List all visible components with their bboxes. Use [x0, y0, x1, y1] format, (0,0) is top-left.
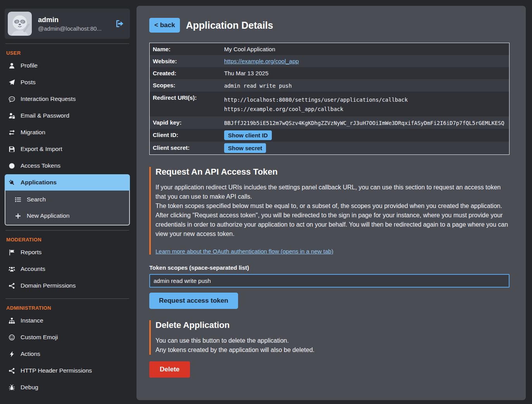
sidebar-item-label: Profile	[21, 62, 38, 69]
user-info: admin @admin@localhost:80...	[38, 16, 109, 32]
application-details-table: Name: My Cool Application Website: https…	[149, 43, 510, 155]
divider	[5, 230, 129, 231]
sidebar-item-label: Custom Emoji	[21, 334, 58, 341]
plus-icon	[15, 213, 21, 219]
sidebar-item-label: Reports	[21, 249, 41, 256]
user-handle: @admin@localhost:80...	[38, 25, 109, 32]
section-title: Delete Application	[155, 320, 510, 330]
sidebar-item-applications[interactable]: Applications	[5, 174, 130, 191]
show-client-id-button[interactable]: Show client ID	[224, 130, 272, 140]
sidebar-item-export-import[interactable]: Export & Import	[5, 141, 130, 157]
user-lock-icon	[9, 113, 15, 119]
table-row-client-id: Client ID: Show client ID	[150, 129, 509, 142]
sidebar-item-label: Domain Permissions	[21, 282, 76, 289]
table-row-created: Created: Thu Mar 13 2025	[150, 67, 509, 79]
sidebar-item-new-application[interactable]: New Application	[5, 208, 129, 224]
redirect-uri: http://localhost:8080/settings/user/appl…	[224, 95, 506, 104]
table-row-redirect-uris: Redirect URI(s): http://localhost:8080/s…	[150, 92, 509, 116]
row-label: Vapid key:	[150, 116, 221, 128]
divider	[5, 43, 129, 44]
sidebar-item-label: HTTP Header Permissions	[21, 367, 92, 374]
sidebar-item-access-tokens[interactable]: Access Tokens	[5, 158, 130, 174]
sitemap-icon	[9, 317, 15, 324]
applications-nav-group: Applications Search New Application	[5, 174, 130, 225]
section-paragraph: After clicking "Request access token", y…	[155, 211, 510, 239]
sidebar-item-label: Search	[27, 196, 46, 203]
comment-dots-icon	[9, 96, 15, 102]
paper-plane-icon	[9, 79, 15, 86]
users-icon	[9, 266, 15, 272]
sidebar-item-debug[interactable]: Debug	[5, 379, 130, 395]
sidebar-item-custom-emoji[interactable]: Custom Emoji	[5, 329, 130, 345]
back-button[interactable]: < back	[149, 18, 180, 33]
sidebar-item-email-password[interactable]: Email & Password	[5, 108, 130, 124]
nav-section-header-moderation: MODERATION	[6, 237, 130, 243]
row-label: Scopes:	[150, 79, 221, 91]
bug-icon	[9, 384, 15, 391]
flag-icon	[9, 249, 15, 256]
created-value: Thu Mar 13 2025	[221, 67, 509, 79]
arrows-left-right-icon	[9, 129, 15, 136]
sidebar-item-label: Access Tokens	[21, 162, 60, 169]
smiley-icon	[9, 334, 15, 341]
certificate-icon	[9, 163, 15, 169]
sidebar-item-posts[interactable]: Posts	[5, 74, 130, 90]
sidebar-item-accounts[interactable]: Accounts	[5, 261, 130, 277]
table-row-name: Name: My Cool Application	[150, 43, 509, 55]
row-label: Redirect URI(s):	[150, 92, 221, 104]
list-icon	[15, 196, 21, 203]
user-card[interactable]: admin @admin@localhost:80...	[5, 9, 130, 39]
sidebar-item-label: Instance	[21, 317, 43, 324]
request-token-section: Request An API Access Token If your appl…	[149, 167, 510, 255]
sidebar-item-label: Interaction Requests	[21, 95, 76, 102]
sidebar-item-reports[interactable]: Reports	[5, 244, 130, 260]
sidebar-item-profile[interactable]: Profile	[5, 57, 130, 74]
user-icon	[9, 62, 15, 69]
sign-out-icon[interactable]	[115, 19, 124, 28]
nav-section-header-user: USER	[6, 50, 130, 56]
applications-subnav: Search New Application	[5, 191, 130, 225]
sidebar-item-label: Applications	[21, 179, 57, 186]
oauth-docs-link[interactable]: Learn more about the OAuth authenticatio…	[155, 248, 333, 255]
sidebar-item-http-header-permissions[interactable]: HTTP Header Permissions	[5, 362, 130, 379]
sidebar-item-domain-permissions[interactable]: Domain Permissions	[5, 277, 130, 294]
sidebar-item-label: Debug	[21, 384, 38, 391]
divider	[5, 298, 129, 299]
sidebar-item-label: Email & Password	[21, 112, 69, 119]
nav-section-header-administration: ADMINISTRATION	[6, 305, 130, 311]
sidebar-item-label: New Application	[27, 212, 69, 219]
sidebar-item-label: Export & Import	[21, 146, 62, 153]
table-row-client-secret: Client secret: Show secret	[150, 142, 509, 154]
section-paragraph: If your application redirect URIs includ…	[155, 183, 510, 201]
sidebar-item-actions[interactable]: Actions	[5, 346, 130, 362]
delete-application-section: Delete Application You can use this butt…	[149, 320, 510, 355]
sidebar-item-interaction-requests[interactable]: Interaction Requests	[5, 91, 130, 107]
sidebar-item-instance[interactable]: Instance	[5, 312, 130, 329]
sidebar-item-applications-search[interactable]: Search	[5, 191, 129, 208]
row-label: Created:	[150, 67, 221, 79]
row-label: Website:	[150, 55, 221, 67]
main-panel: < back Application Details Name: My Cool…	[136, 6, 526, 400]
page-header: < back Application Details	[149, 18, 510, 33]
delete-button[interactable]: Delete	[149, 361, 190, 378]
token-request-form: Token scopes (space-separated list) Requ…	[149, 264, 510, 309]
table-row-vapid-key: Vapid key: BBJffJ219b5iE512m7wQSzv4KgKDh…	[150, 116, 509, 129]
share-nodes-icon	[9, 368, 15, 374]
sidebar-item-migration[interactable]: Migration	[5, 124, 130, 140]
website-link[interactable]: https://example.org/cool_app	[224, 58, 299, 64]
sidebar-item-label: Migration	[21, 129, 45, 136]
redirect-uri: https://example.org/cool_app/callback	[224, 104, 506, 114]
sidebar-item-label: Posts	[21, 79, 36, 86]
floppy-disk-icon	[9, 146, 15, 153]
section-paragraph: The token scopes specified below must be…	[155, 201, 510, 211]
section-title: Request An API Access Token	[155, 167, 510, 177]
row-label: Name:	[150, 43, 221, 55]
share-nodes-icon	[9, 283, 15, 289]
plug-icon	[9, 179, 15, 186]
token-scopes-input[interactable]	[149, 274, 510, 288]
redirect-uris-value: http://localhost:8080/settings/user/appl…	[221, 92, 509, 116]
request-access-token-button[interactable]: Request access token	[149, 293, 238, 309]
show-secret-button[interactable]: Show secret	[224, 143, 266, 153]
page-title: Application Details	[186, 20, 273, 31]
app-name-value: My Cool Application	[221, 43, 509, 55]
